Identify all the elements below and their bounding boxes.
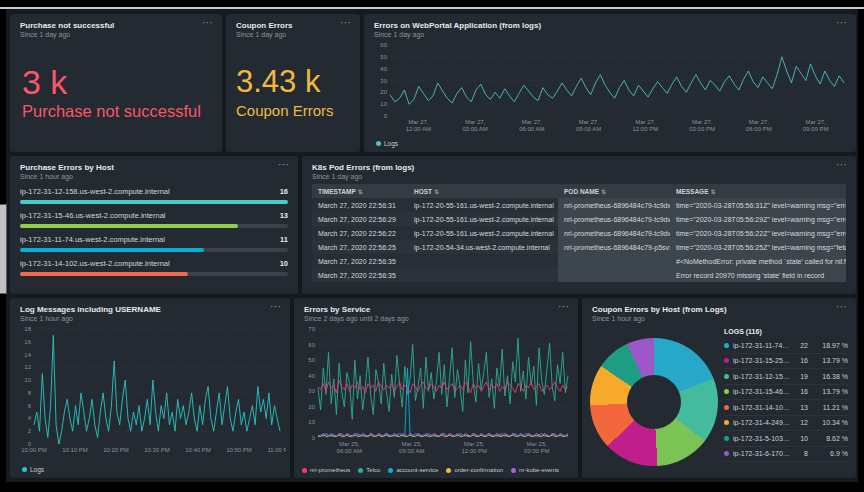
legend-item-logs[interactable]: Logs (376, 140, 398, 147)
sort-icon[interactable]: ⇅ (711, 189, 716, 195)
column-header-pod-name[interactable]: POD NAME⇅ (558, 184, 670, 198)
panel-menu-icon[interactable]: ⋯ (202, 17, 214, 28)
legend-item-nri-prometheus[interactable]: nri-prometheus (302, 467, 350, 473)
table-row: March 27, 2020 22:56:35#<NoMethodError: … (312, 254, 846, 268)
legend-dot (724, 420, 729, 425)
message-cell: time="2020-03-28T05:56:22Z" level=warnin… (670, 226, 846, 240)
donut-legend-row[interactable]: ip-172-31-6-170.us-west-...86.9 % (724, 447, 848, 463)
legend-dot (724, 405, 729, 410)
legend-item-logs[interactable]: Logs (22, 466, 44, 473)
panel-menu-icon[interactable]: ⋯ (558, 301, 570, 312)
column-header-host[interactable]: HOST⇅ (408, 184, 558, 198)
legend-dot (388, 468, 393, 473)
host-label: ip-172-31-5-103.us-west-... (733, 435, 790, 442)
host-percent: 11.21 % (808, 404, 848, 411)
host-bar-row[interactable]: ip-172-31-14-102.us-west-2.compute.inter… (20, 252, 288, 276)
svg-text:10:10 PM: 10:10 PM (62, 447, 88, 453)
host-percent: 6.9 % (808, 450, 848, 457)
svg-text:14: 14 (24, 352, 31, 358)
panel-menu-icon[interactable]: ⋯ (836, 301, 848, 312)
panel-subtitle: Since 1 hour ago (20, 315, 280, 322)
donut-legend: LOGS (116) ip-172-31-11-74.us-west-...22… (724, 328, 848, 462)
svg-text:Mar 27,: Mar 27, (578, 119, 599, 125)
svg-text:70: 70 (308, 326, 315, 332)
host-cell: ip-172-20-55-161.us-west-2.compute.inter… (408, 226, 558, 240)
donut-legend-row[interactable]: ip-172-31-12-158.us-wes...1916.38 % (724, 369, 848, 385)
timestamp-cell: March 27, 2020 22:56:35 (312, 254, 408, 268)
donut-legend-row[interactable]: ip-172-31-15-46.us-west-...1613.79 % (724, 385, 848, 401)
host-count: 8 (790, 450, 808, 457)
panel-menu-icon[interactable]: ⋯ (340, 17, 352, 28)
svg-text:60: 60 (308, 342, 315, 348)
svg-text:4: 4 (28, 415, 32, 421)
svg-text:20: 20 (308, 404, 315, 410)
sort-icon[interactable]: ⇅ (434, 189, 439, 195)
host-value: 10 (280, 259, 288, 268)
pod-name-cell: nri-prometheus-6896484c79-tc9dw (558, 212, 670, 226)
pod-name-cell: nri-prometheus-6896484c79-tc9dw (558, 198, 670, 212)
svg-text:06:00 PM: 06:00 PM (746, 126, 772, 132)
panel-title: K8s Pod Errors (from logs) (312, 163, 846, 172)
log-messages-chart-legend: Logs (22, 466, 44, 473)
svg-text:09:00 AM: 09:00 AM (576, 126, 601, 132)
svg-text:06:00 AM: 06:00 AM (337, 448, 362, 454)
donut-legend-row[interactable]: ip-172-31-14-102.us-wes...1311.21 % (724, 400, 848, 416)
panel-menu-icon[interactable]: ⋯ (270, 301, 282, 312)
host-bar-row[interactable]: ip-172-31-15-46.us-west-2.compute.intern… (20, 204, 288, 228)
host-label: ip-172-31-14-102.us-wes... (733, 404, 790, 411)
panel-log-messages: Log Messages including USERNAME Since 1 … (10, 298, 290, 478)
billboard-label: Purchase not successful (22, 102, 222, 120)
panel-menu-icon[interactable]: ⋯ (278, 159, 290, 170)
svg-text:18: 18 (24, 326, 31, 332)
legend-label: Logs (384, 140, 398, 147)
host-count: 12 (790, 419, 808, 426)
message-cell: time="2020-03-28T05:56:31Z" level=warnin… (670, 198, 846, 212)
pod-name-cell: nri-prometheus-6896484c79-tc9dw (558, 226, 670, 240)
svg-text:Mar 27,: Mar 27, (692, 119, 713, 125)
column-header-timestamp[interactable]: TIMESTAMP⇅ (312, 184, 408, 198)
donut-legend-row[interactable]: ip-172-31-15-250.us-wes...1613.79 % (724, 354, 848, 370)
host-count: 22 (790, 342, 808, 349)
svg-text:10: 10 (380, 101, 387, 107)
legend-dot (724, 389, 729, 394)
panel-subtitle: Since 1 day ago (374, 31, 846, 38)
donut-legend-row[interactable]: ip-172-31-4-249.us-west-...1210.34 % (724, 416, 848, 432)
sort-icon[interactable]: ⇅ (358, 189, 363, 195)
svg-text:6: 6 (28, 403, 32, 409)
donut-legend-row[interactable]: ip-172-31-5-103.us-west-...108.62 % (724, 431, 848, 447)
host-count: 19 (790, 373, 808, 380)
legend-item-account-service[interactable]: account-service (388, 467, 438, 473)
svg-text:11:00 PM: 11:00 PM (267, 447, 286, 453)
column-header-message[interactable]: MESSAGE⇅ (670, 184, 846, 198)
donut-legend-row[interactable]: ip-172-31-11-74.us-west-...2218.97 % (724, 338, 848, 354)
host-label: ip-172-31-6-170.us-west-... (733, 450, 790, 457)
legend-label: order-confirmation (454, 467, 503, 473)
legend-item-order-confirmation[interactable]: order-confirmation (446, 467, 503, 473)
legend-label: nr-kube-events (519, 467, 559, 473)
legend-item-nr-kube-events[interactable]: nr-kube-events (511, 467, 559, 473)
svg-text:30: 30 (380, 78, 387, 84)
legend-item-telco[interactable]: Telco (358, 467, 380, 473)
host-bar-row[interactable]: ip-172-31-12-158.us-west-2.compute.inter… (20, 180, 288, 204)
billboard-value: 3 k (22, 64, 222, 100)
svg-text:Mar 27,: Mar 27, (522, 119, 543, 125)
sort-icon[interactable]: ⇅ (601, 189, 606, 195)
host-cell: ip-172-20-55-161.us-west-2.compute.inter… (408, 212, 558, 226)
host-percent: 10.34 % (808, 419, 848, 426)
host-bar-row[interactable]: ip-172-31-11-74.us-west-2.compute.intern… (20, 228, 288, 252)
svg-text:03:00 PM: 03:00 PM (524, 448, 550, 454)
panel-menu-icon[interactable]: ⋯ (836, 17, 848, 28)
svg-text:8: 8 (28, 390, 32, 396)
host-label: ip-172-31-15-250.us-wes... (733, 357, 790, 364)
host-cell (408, 268, 558, 282)
panel-menu-icon[interactable]: ⋯ (836, 159, 848, 170)
left-edge-tab[interactable] (0, 204, 7, 294)
panel-errors-by-service: Errors by Service Since 2 days ago until… (294, 298, 578, 478)
errors-by-service-chart-legend: nri-prometheusTelcoaccount-serviceorder-… (302, 467, 559, 473)
panel-coupon-errors-by-host: Coupon Errors by Host (from Logs) Since … (582, 298, 856, 478)
panel-k8s-pod-errors: K8s Pod Errors (from logs) Since 1 day a… (302, 156, 856, 294)
window-top-edge (0, 7, 864, 9)
svg-text:06:00 AM: 06:00 AM (519, 126, 544, 132)
legend-label: Logs (30, 466, 44, 473)
svg-text:Mar 25,: Mar 25, (402, 441, 423, 447)
